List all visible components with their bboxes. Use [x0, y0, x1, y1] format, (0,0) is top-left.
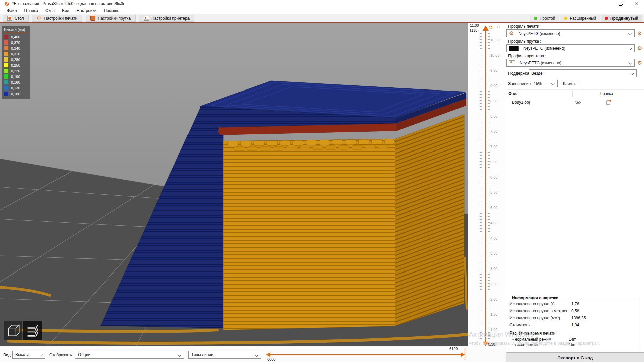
legend-value: 0,100	[11, 92, 20, 96]
menu-item[interactable]: Настройки	[73, 8, 100, 13]
slider-tick-label: 4,00	[490, 236, 497, 240]
slice-info-row: Использовано прутка в метрах 0,58	[509, 309, 638, 313]
support-select[interactable]: Везде	[529, 69, 637, 77]
slider-tick-label: 2,50	[490, 282, 497, 286]
line-types-select[interactable]: Типы линий	[188, 351, 261, 359]
legend-value: 0,130	[11, 86, 20, 90]
layer-slider-top-height: 11,00	[470, 23, 479, 27]
legend-value: 0,340	[11, 46, 20, 50]
legend-row: 0,130	[4, 85, 29, 91]
slider-tick-label: 3,00	[490, 267, 497, 271]
restore-button[interactable]	[613, 0, 629, 7]
3d-viewport[interactable]: Высота (мм) 0,400 0,370 0,340	[0, 23, 468, 346]
slice-info-label: Использовано прутка в метрах	[509, 309, 567, 313]
legend-swatch	[4, 86, 8, 90]
view-value: Высота	[15, 352, 29, 357]
chevron-down-icon	[630, 71, 634, 75]
chevron-down-icon	[39, 353, 43, 357]
slider-tick-label: 4,50	[490, 221, 497, 225]
close-button[interactable]	[629, 0, 644, 7]
slider-tick-label: 7,50	[490, 129, 497, 133]
legend-swatch	[4, 69, 8, 73]
print-profile-select[interactable]: ⚙ NeysPETG (изменено)	[506, 29, 635, 37]
menu-item[interactable]: Правка	[21, 8, 42, 13]
moves-slider-right-tick	[465, 348, 465, 360]
menu-item[interactable]: Помощь	[100, 8, 123, 13]
file-row[interactable]: Body1.obj	[506, 98, 644, 107]
layer-slider-track[interactable]	[485, 31, 486, 342]
app-logo-icon	[5, 2, 9, 6]
tab-label: Настройки печати	[44, 16, 77, 21]
layer-slider-top-layer: (138)	[470, 28, 479, 32]
editor-view-button[interactable]	[4, 321, 22, 340]
print-profile-settings-button[interactable]: ⚙	[636, 29, 643, 37]
filament-profile-select[interactable]: NeysPETG (изменено)	[506, 44, 635, 52]
legend-swatch	[4, 80, 8, 84]
tab[interactable]: Настройки принтера	[139, 15, 194, 22]
legend-swatch	[4, 74, 8, 79]
mode-button[interactable]: Расширенный	[560, 15, 600, 22]
brim-checkbox[interactable]	[578, 81, 582, 85]
printer-profile-select[interactable]: NeysPETG (изменено)	[506, 59, 635, 67]
tab[interactable]: Стол	[3, 15, 29, 22]
minimize-button[interactable]	[598, 0, 613, 7]
export-gcode-button[interactable]: Экспорт в G-код	[506, 352, 644, 362]
legend-value: 0,370	[11, 41, 20, 45]
legend-row: 0,160	[4, 79, 29, 85]
print-time-value: 14m	[569, 337, 576, 342]
filament-profile-label: Профиль прутка :	[508, 39, 541, 44]
edit-file-icon[interactable]	[606, 99, 612, 106]
menu-item[interactable]: Окна	[42, 8, 58, 13]
display-select[interactable]: Опции	[75, 351, 184, 359]
slider-tick-label: 5,00	[490, 206, 497, 210]
tab[interactable]: Настройки печати	[32, 15, 82, 22]
legend-swatch	[4, 46, 8, 50]
layer-slider[interactable]: 11,00 (138) 00 10,5010,009,509,008,508,0…	[468, 23, 506, 362]
filament-color-swatch	[509, 46, 519, 51]
mode-dot-icon	[534, 17, 537, 20]
tab-icon	[7, 16, 12, 21]
slice-info-value: 1386,35	[571, 316, 586, 320]
legend-row: 0,340	[4, 45, 29, 51]
mode-label: Простой	[540, 16, 555, 21]
mode-button[interactable]: Простой	[530, 15, 559, 22]
visibility-eye-icon[interactable]	[575, 100, 581, 106]
layer-slider-ghost-tick: 00	[496, 25, 500, 29]
mode-label: Расширенный	[570, 16, 596, 21]
preview-view-button[interactable]	[23, 321, 42, 340]
chevron-down-icon	[551, 82, 555, 85]
legend-row: 0,370	[4, 40, 29, 45]
layer-slider-upper-handle[interactable]	[483, 26, 489, 31]
filament-profile-settings-button[interactable]: ⚙	[636, 44, 643, 52]
legend-swatch	[4, 92, 8, 96]
legend-swatch	[4, 57, 8, 62]
print-time-row: - тихий режим 15m	[509, 342, 638, 347]
printer-profile-settings-button[interactable]: ⚙	[636, 59, 643, 67]
view-select[interactable]: Высота	[12, 351, 45, 359]
window-title: *Без названия - PrusaSlicer-2.5.0 создан…	[12, 1, 124, 6]
brim-label: Кайма:	[563, 81, 576, 86]
legend-swatch	[4, 35, 8, 39]
tab-icon	[90, 16, 95, 21]
printer-profile-label: Профиль принтера :	[508, 54, 546, 58]
moves-slider-max: 6120	[449, 347, 458, 351]
moves-slider-track[interactable]	[270, 354, 461, 355]
menu-item[interactable]: Файл	[3, 8, 21, 13]
slider-tick-label: 5,50	[490, 190, 497, 194]
slider-tick-label: 10,00	[490, 53, 500, 57]
legend-row: 0,220	[4, 68, 29, 74]
tab-label: Стол	[15, 16, 24, 21]
tab[interactable]: Настройки прутка	[86, 15, 136, 22]
mode-dot-icon	[605, 17, 608, 20]
legend-swatch	[4, 52, 8, 56]
print-time-value: 15m	[569, 342, 576, 347]
chevron-down-icon	[255, 353, 258, 357]
slice-info-row: Стоимость 1,94	[509, 323, 638, 327]
export-gcode-label: Экспорт в G-код	[558, 355, 593, 360]
legend-row: 0,190	[4, 74, 29, 79]
files-table-header: Файл Правка	[506, 89, 644, 97]
menu-item[interactable]: Вид	[58, 8, 73, 13]
mode-button[interactable]: Продвинутый	[601, 15, 642, 22]
infill-select[interactable]: 15%	[531, 80, 558, 87]
printer-icon	[509, 60, 515, 65]
